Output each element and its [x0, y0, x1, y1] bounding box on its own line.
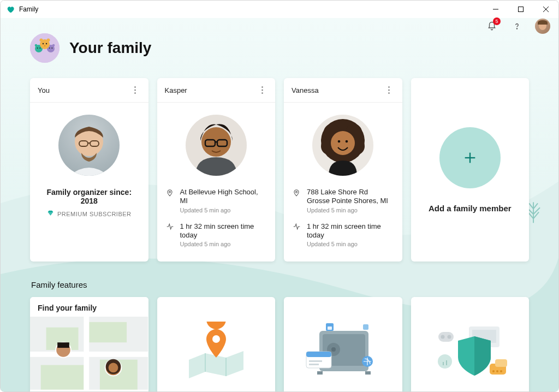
svg-point-76 — [212, 335, 220, 343]
shield-illustration-icon — [411, 297, 530, 391]
svg-point-21 — [49, 47, 50, 49]
svg-point-43 — [169, 191, 170, 193]
svg-rect-103 — [495, 359, 507, 367]
add-card-label: Add a family member — [429, 204, 512, 213]
member-card-kasper[interactable]: Kasper — [157, 78, 276, 262]
svg-point-55 — [296, 191, 298, 193]
svg-point-20 — [52, 44, 55, 47]
safe-card-illustration-icon — [284, 297, 402, 391]
screentime-row: 1 hr 32 min screen time today Updated 5 … — [166, 219, 267, 253]
activity-icon — [166, 223, 175, 248]
svg-rect-81 — [317, 371, 323, 375]
screentime-updated: Updated 5 min ago — [180, 241, 267, 247]
svg-point-17 — [39, 47, 40, 49]
member-name: Kasper — [165, 86, 187, 94]
svg-point-44 — [388, 86, 390, 88]
svg-point-16 — [37, 47, 38, 49]
add-family-member-card[interactable]: Add a family member — [411, 78, 530, 262]
svg-rect-86 — [309, 364, 319, 365]
member-avatar-icon — [58, 115, 120, 176]
window-title: Family — [19, 5, 38, 13]
svg-point-97 — [441, 335, 444, 339]
screentime-text: 1 hr 32 min screen time today — [180, 222, 267, 240]
svg-point-38 — [261, 92, 263, 94]
family-logo-icon — [30, 33, 60, 63]
svg-point-29 — [134, 86, 136, 88]
feature-card-safety[interactable] — [411, 297, 530, 391]
feature-card-title: Find your family — [30, 297, 148, 317]
help-button[interactable] — [509, 19, 525, 34]
maximize-button[interactable] — [508, 1, 533, 18]
svg-rect-95 — [446, 360, 447, 365]
member-card-you[interactable]: You — [30, 78, 148, 262]
svg-rect-82 — [365, 371, 371, 375]
svg-rect-84 — [306, 352, 331, 357]
feature-card-purchases[interactable] — [284, 297, 402, 391]
svg-point-26 — [43, 43, 44, 44]
premium-diamond-icon — [47, 210, 54, 218]
svg-point-80 — [331, 347, 336, 352]
page-title: Your family — [69, 39, 151, 57]
svg-rect-68 — [57, 342, 69, 348]
window-controls — [483, 1, 558, 18]
svg-rect-85 — [309, 360, 322, 362]
member-avatar-icon — [186, 115, 247, 176]
screentime-row: 1 hr 32 min screen time today Updated 5 … — [293, 219, 394, 253]
location-line2: Grosse Pointe Shores, MI — [307, 197, 388, 205]
svg-point-24 — [40, 39, 43, 42]
feature-cards-row: Find your family — [30, 297, 529, 391]
svg-point-53 — [338, 140, 341, 143]
add-plus-icon — [439, 127, 501, 188]
screentime-text: 1 hr 32 min screen time today — [307, 222, 394, 240]
svg-rect-89 — [328, 326, 332, 330]
svg-rect-61 — [41, 365, 84, 391]
svg-point-46 — [388, 92, 390, 94]
feature-card-find-family[interactable]: Find your family — [30, 297, 148, 391]
map-illustration-icon — [30, 317, 148, 391]
svg-rect-1 — [519, 7, 524, 12]
close-button[interactable] — [533, 1, 558, 18]
svg-point-52 — [331, 131, 355, 155]
svg-point-72 — [109, 363, 118, 373]
family-features-heading: Family features — [31, 280, 529, 289]
member-card-vanessa[interactable]: Vanessa — [284, 78, 402, 262]
location-pin-icon — [166, 188, 175, 213]
app-window: Family 5 — [0, 0, 559, 392]
command-bar: 5 — [484, 18, 551, 34]
content-scroll[interactable]: Your family You — [1, 18, 558, 391]
svg-point-30 — [134, 90, 136, 91]
notifications-button[interactable]: 5 — [484, 19, 499, 34]
premium-label: PREMIUM SUBSCRIBER — [57, 211, 132, 217]
svg-point-93 — [438, 354, 452, 369]
svg-rect-60 — [89, 322, 127, 342]
member-cards-row: You — [30, 78, 529, 262]
svg-point-31 — [134, 92, 136, 94]
activity-icon — [293, 223, 301, 248]
member-more-button[interactable] — [255, 84, 269, 97]
location-row: At Bellevue High School, MI Updated 5 mi… — [166, 185, 267, 219]
location-updated: Updated 5 min ago — [307, 207, 388, 213]
member-name: Vanessa — [292, 86, 319, 94]
screentime-updated: Updated 5 min ago — [307, 241, 394, 247]
premium-badge: PREMIUM SUBSCRIBER — [39, 210, 140, 218]
svg-point-25 — [47, 39, 50, 42]
location-illustration-icon — [157, 297, 276, 391]
svg-point-102 — [500, 370, 502, 372]
app-heart-icon — [6, 5, 15, 14]
account-avatar-icon — [535, 19, 550, 34]
page-heading: Your family — [30, 33, 529, 63]
feature-card-location[interactable] — [157, 297, 276, 391]
minimize-button[interactable] — [483, 1, 508, 18]
svg-point-36 — [261, 86, 263, 88]
svg-point-54 — [346, 140, 348, 143]
member-more-button[interactable] — [383, 84, 396, 97]
svg-point-14 — [35, 44, 38, 47]
account-avatar-button[interactable] — [534, 18, 551, 34]
svg-point-45 — [388, 90, 390, 91]
svg-point-22 — [51, 47, 52, 49]
member-more-button[interactable] — [129, 84, 142, 97]
svg-rect-90 — [363, 324, 368, 330]
svg-point-4 — [516, 28, 517, 29]
member-role-text: Family organizer since: 2018 — [39, 188, 140, 205]
location-updated: Updated 5 min ago — [180, 207, 267, 213]
